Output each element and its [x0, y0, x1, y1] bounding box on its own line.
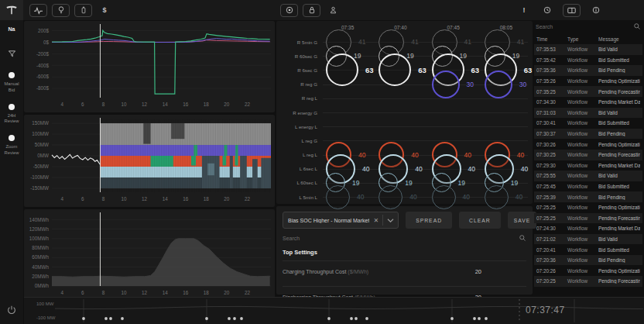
svg-text:8: 8 [102, 102, 105, 107]
bid-matrix: 07:3507:4007:4508:05R 5min G41414141R 60… [276, 21, 533, 204]
asset-card-button[interactable] [563, 4, 581, 17]
log-row[interactable]: 07:25:25WorkflowPending Optimization [534, 202, 642, 213]
bid-circle[interactable] [485, 71, 512, 98]
sidebar-toggle-zoom-review[interactable]: Zoom Review [1, 135, 22, 157]
log-message: Bid Submitted [598, 247, 640, 253]
save-button[interactable]: SAVE [508, 212, 537, 229]
preset-select[interactable]: Bias SOC Higher - Normal Market ✕ [283, 212, 399, 229]
bid-circle[interactable] [326, 185, 350, 209]
target-icon [285, 5, 294, 15]
event-log-panel: Time Type Message 07:35:53WorkflowBid Va… [534, 21, 642, 295]
clear-button[interactable]: CLEAR [459, 212, 501, 229]
site-label: Na [9, 26, 15, 32]
preset-value: Bias SOC Higher - Normal Market [283, 218, 369, 223]
toggle-dot[interactable] [9, 72, 15, 78]
svg-text:20: 20 [224, 290, 230, 295]
log-search-input[interactable] [536, 24, 633, 29]
signals-button[interactable] [29, 4, 47, 17]
svg-text:-150MW: -150MW [30, 185, 49, 191]
info-button[interactable] [588, 4, 604, 17]
bid-circle[interactable] [379, 185, 402, 209]
log-row[interactable]: 07:30:37WorkflowBid Pending [534, 129, 642, 140]
bid-circle[interactable] [485, 185, 509, 209]
log-row[interactable]: 07:29:30WorkflowPending Market Data [534, 160, 642, 171]
bid-circle[interactable] [326, 53, 358, 86]
bid-value: 40 [415, 165, 422, 173]
power-button[interactable] [6, 305, 17, 318]
energy-chart: 140MWh120MWh100MWh80MWh60MWh40MWh20MWh0M… [24, 209, 275, 298]
bid-circle[interactable] [432, 71, 460, 98]
filter-funnel-icon [7, 49, 17, 59]
log-row[interactable]: 07:30:41WorkflowBid Submitted [534, 118, 642, 129]
svg-text:6: 6 [81, 196, 84, 202]
log-row[interactable]: 07:35:42WorkflowBid Submitted [534, 55, 642, 66]
insight-button[interactable] [52, 4, 70, 17]
matrix-row-label: L energy L [276, 124, 321, 129]
svg-text:12: 12 [142, 290, 148, 295]
svg-text:0MWh: 0MWh [35, 283, 50, 288]
log-row[interactable]: 07:20:41WorkflowBid Submitted [534, 244, 642, 255]
bid-circle[interactable] [432, 185, 456, 209]
log-row[interactable]: 07:25:55WorkflowBid Valid [534, 171, 642, 181]
log-time: 07:24:30 [536, 226, 567, 231]
svg-text:150MW: 150MW [32, 120, 49, 126]
log-row[interactable]: 07:25:39WorkflowBid Pending [534, 191, 642, 202]
log-row[interactable]: 07:35:53WorkflowBid Valid [534, 44, 642, 55]
log-row[interactable]: 07:25:25WorkflowPending Forecasting [534, 213, 642, 224]
battery-button[interactable] [74, 4, 92, 17]
settings-search-input[interactable] [283, 236, 519, 241]
timeline-bar[interactable]: 100 MW -100 MW 07:37:47 [24, 297, 644, 324]
log-row[interactable]: 07:24:30WorkflowPending Market Data [534, 223, 642, 234]
log-row[interactable]: 07:20:25WorkflowPending Forecasting [534, 276, 642, 287]
log-row[interactable]: 07:20:26WorkflowPending Optimization [534, 265, 642, 276]
log-time: 07:35:36 [536, 67, 567, 73]
log-row[interactable]: 07:35:25WorkflowPending Forecasting [534, 86, 642, 97]
svg-text:20MWh: 20MWh [32, 274, 49, 279]
bid-circle[interactable] [379, 53, 411, 86]
svg-text:16: 16 [183, 102, 189, 107]
search-icon [519, 234, 526, 242]
log-col-time: Time [536, 36, 567, 42]
spread-button[interactable]: SPREAD [406, 212, 452, 229]
sidebar-toggle-manual-bid[interactable]: Manual Bid [1, 72, 22, 94]
setting-value[interactable]: 20 [475, 268, 481, 275]
log-row[interactable]: 07:30:26WorkflowPending Optimization [534, 139, 642, 150]
svg-text:-400$: -400$ [36, 63, 50, 68]
log-type: Workflow [567, 152, 598, 157]
log-row[interactable]: 07:35:26WorkflowPending Optimization [534, 76, 642, 87]
middle-column: 07:3507:4007:4508:05R 5min G41414141R 60… [276, 21, 533, 295]
log-row[interactable]: 07:20:36WorkflowBid Pending [534, 255, 642, 266]
log-message: Pending Forecasting [598, 89, 640, 95]
history-button[interactable] [540, 4, 555, 17]
log-row[interactable]: 07:35:36WorkflowBid Pending [534, 65, 642, 76]
log-type: Workflow [567, 215, 598, 221]
clear-preset-icon[interactable]: ✕ [369, 217, 382, 224]
user-button[interactable] [325, 4, 341, 17]
matrix-row-label: R reg L [276, 95, 321, 101]
svg-text:-50MW: -50MW [33, 164, 49, 169]
log-row[interactable]: 07:34:30WorkflowPending Market Data [534, 97, 642, 108]
svg-text:10: 10 [121, 290, 127, 295]
sidebar-toggle-24h-review[interactable]: 24H Review [1, 104, 22, 126]
log-message: Bid Pending [598, 67, 640, 73]
alerts-button[interactable]: ! [516, 4, 532, 17]
filter-button[interactable] [7, 49, 17, 61]
log-row[interactable]: 07:25:45WorkflowBid Submitted [534, 181, 642, 192]
toggle-dot[interactable] [9, 135, 15, 141]
log-row[interactable]: 07:21:02WorkflowBid Valid [534, 234, 642, 245]
matrix-cell: 40 [427, 185, 480, 209]
target-button[interactable] [280, 4, 298, 17]
log-time: 07:35:25 [536, 89, 567, 95]
log-time: 07:20:26 [536, 268, 567, 274]
log-message: Bid Pending [598, 131, 640, 136]
log-row[interactable]: 07:30:25WorkflowPending Forecasting [534, 150, 642, 160]
toggle-dot[interactable] [9, 104, 15, 110]
log-row[interactable]: 07:31:03WorkflowBid Valid [534, 108, 642, 119]
log-message: Pending Forecasting [598, 278, 640, 284]
lock-button[interactable] [303, 4, 320, 17]
chevron-down-icon[interactable] [383, 218, 398, 223]
autobidder-app: $ ! Na [0, 0, 644, 324]
log-time: 07:25:25 [536, 205, 567, 210]
tesla-logo[interactable] [0, 0, 23, 20]
price-button[interactable]: $ [97, 4, 112, 17]
